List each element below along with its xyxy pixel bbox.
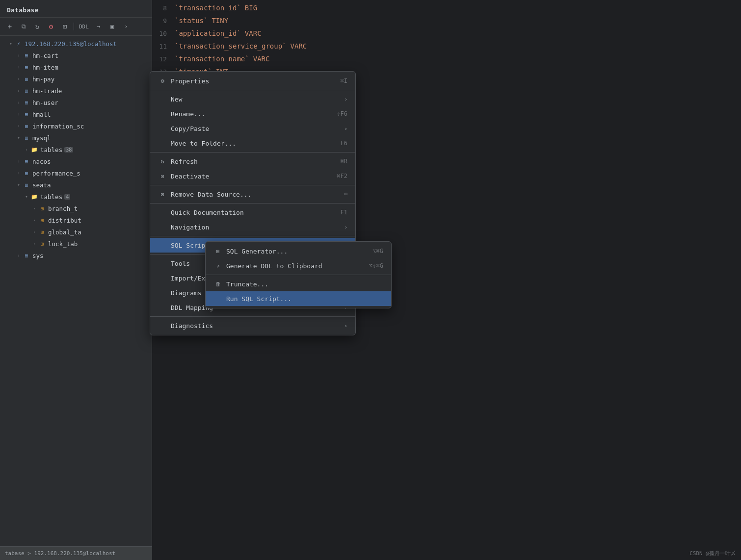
db-icon-hm-trade: ⊞ (23, 87, 30, 95)
menu-label-copypaste: Copy/Paste (171, 125, 209, 132)
code-token: VARC (291, 42, 307, 50)
menu-item-remove[interactable]: ⊠ Remove Data Source... ⌫ (150, 187, 355, 202)
shortcut-rename: ⇧F6 (337, 110, 347, 117)
menu-item-refresh[interactable]: ↻ Refresh ⌘R (150, 154, 355, 169)
tree-item-hm-trade[interactable]: ⊞ hm-trade (0, 85, 152, 97)
label-nacos: nacos (32, 158, 51, 165)
tree-item-information[interactable]: ⊞ information_sc (0, 120, 152, 132)
preview-icon[interactable]: ▣ (106, 21, 118, 32)
menu-label-properties: Properties (171, 77, 209, 85)
tools-icon (158, 259, 167, 268)
tree-item-hm-pay[interactable]: ⊞ hm-pay (0, 73, 152, 85)
chevron-hm-cart (16, 52, 22, 58)
label-information: information_sc (32, 123, 84, 130)
refresh-icon[interactable]: ↻ (31, 21, 43, 32)
tree-item-mysql-tables[interactable]: 📁 tables 38 (0, 144, 152, 155)
tree-item-mysql[interactable]: ⊞ mysql (0, 132, 152, 144)
diagnostics-icon (158, 321, 167, 330)
submenu-item-sql-generator[interactable]: ⊞ SQL Generator... ⌥⌘G (206, 244, 391, 258)
db-icon-mysql: ⊞ (23, 134, 30, 142)
menu-item-new[interactable]: New › (150, 92, 355, 106)
menu-item-deactivate[interactable]: ⊡ Deactivate ⌘F2 (150, 169, 355, 183)
menu-label-rename: Rename... (171, 110, 205, 118)
menu-label-move: Move to Folder... (171, 140, 236, 147)
line-num-11: 11 (152, 43, 175, 50)
sql-gen-icon: ⊞ (213, 247, 222, 255)
shortcut-properties: ⌘I (341, 77, 347, 84)
submenu-item-run-sql[interactable]: Run SQL Script... (206, 291, 391, 306)
label-hm-user: hm-user (32, 99, 58, 106)
sidebar-header: Database (0, 0, 152, 18)
menu-label-new: New (171, 96, 182, 103)
menu-label-quick-doc: Quick Documentation (171, 209, 244, 216)
more-icon[interactable]: › (120, 21, 132, 32)
tree-item-hm-user[interactable]: ⊞ hm-user (0, 97, 152, 108)
submenu-item-truncate[interactable]: 🗑 Truncate... (206, 277, 391, 291)
menu-item-navigation[interactable]: Navigation › (150, 220, 355, 234)
chevron-seata (16, 182, 22, 188)
settings-icon[interactable]: ⚙ (45, 21, 57, 32)
label-hm-trade: hm-trade (32, 87, 62, 95)
status-text: tabase > 192.168.220.135@localhost (5, 550, 115, 557)
table-icon-distribut: ⊞ (38, 216, 46, 224)
tree-item-lock-tab[interactable]: ⊞ lock_tab (0, 238, 152, 250)
submenu-item-generate-ddl[interactable]: ↗ Generate DDL to Clipboard ⌥⇧⌘G (206, 258, 391, 273)
menu-item-properties[interactable]: ⚙ Properties ⌘I (150, 74, 355, 88)
tree-item-hmall[interactable]: ⊞ hmall (0, 108, 152, 120)
db-icon-hm-pay: ⊞ (23, 75, 30, 83)
menu-label-deactivate: Deactivate (171, 173, 209, 180)
menu-item-move[interactable]: Move to Folder... F6 (150, 136, 355, 151)
doc-icon (158, 208, 167, 217)
tree-item-sys[interactable]: ⊞ sys (0, 250, 152, 261)
ddl-button[interactable]: DDL (77, 23, 91, 31)
menu-item-diagnostics[interactable]: Diagnostics › (150, 318, 355, 333)
chevron-host (8, 41, 14, 47)
refresh-icon-menu: ↻ (158, 157, 167, 166)
menu-item-copypaste[interactable]: Copy/Paste › (150, 121, 355, 136)
menu-item-rename[interactable]: Rename... ⇧F6 (150, 106, 355, 121)
sidebar-title: Database (7, 6, 39, 14)
tree-item-hm-item[interactable]: ⊞ hm-item (0, 61, 152, 73)
trash-icon: 🗑 (213, 280, 222, 288)
code-line-12: 12 `transaction_name` VARC (152, 55, 741, 68)
code-token: `transaction_service_group` (175, 42, 287, 50)
label-performance: performance_s (32, 170, 80, 177)
label-hmall: hmall (32, 111, 51, 118)
connect-icon[interactable]: ⊡ (59, 21, 71, 32)
diagrams-icon (158, 288, 167, 297)
database-tree: ⚡ 192.168.220.135@localhost ⊞ hm-cart ⊞ … (0, 36, 152, 538)
label-seata: seata (32, 181, 51, 189)
menu-label-navigation: Navigation (171, 224, 209, 231)
chevron-mysql-tables (24, 147, 29, 153)
db-icon-performance: ⊞ (23, 169, 30, 177)
tree-item-branch-t[interactable]: ⊞ branch_t (0, 203, 152, 214)
tree-item-global-ta[interactable]: ⊞ global_ta (0, 226, 152, 238)
sidebar: Database + ⧉ ↻ ⚙ ⊡ DDL → ▣ › ⚡ 192.168.2… (0, 0, 152, 560)
add-button[interactable]: + (4, 21, 16, 32)
line-num-9: 9 (152, 17, 175, 25)
chevron-mysql (16, 135, 22, 141)
ddl-mapping-icon (158, 303, 167, 312)
tree-item-host[interactable]: ⚡ 192.168.220.135@localhost (0, 38, 152, 50)
label-branch-t: branch_t (48, 205, 78, 212)
tree-item-hm-cart[interactable]: ⊞ hm-cart (0, 50, 152, 61)
code-line-8: 8 `transaction_id` BIG (152, 4, 741, 17)
shortcut-generate-ddl: ⌥⇧⌘G (369, 262, 383, 269)
badge-mysql-tables: 38 (64, 147, 73, 153)
tree-item-distribut[interactable]: ⊞ distribut (0, 214, 152, 226)
copy-icon[interactable]: ⧉ (18, 21, 29, 32)
tree-item-seata-tables[interactable]: 📁 tables 4 (0, 191, 152, 203)
menu-item-quick-doc[interactable]: Quick Documentation F1 (150, 205, 355, 220)
tree-item-seata[interactable]: ⊞ seata (0, 179, 152, 191)
tree-item-nacos[interactable]: ⊞ nacos (0, 155, 152, 167)
chevron-global-ta (31, 229, 37, 235)
arrow-icon[interactable]: → (93, 21, 105, 32)
remove-icon: ⊠ (158, 190, 167, 199)
menu-sep-2 (150, 152, 355, 153)
table-icon-branch: ⊞ (38, 204, 46, 212)
code-line-9: 9 `status` TINY (152, 17, 741, 29)
tree-item-performance[interactable]: ⊞ performance_s (0, 167, 152, 179)
label-hm-item: hm-item (32, 64, 58, 71)
watermark: CSDN @孤舟一叶〆 (689, 550, 736, 557)
db-icon-hm-item: ⊞ (23, 63, 30, 71)
